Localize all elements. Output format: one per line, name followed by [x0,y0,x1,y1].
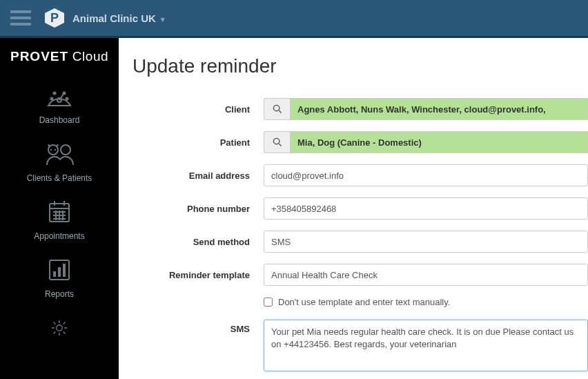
content: Update reminder Client Agnes Abbott, Nun… [119,38,588,379]
nav-label: Dashboard [0,115,119,125]
nav-dashboard[interactable]: Dashboard [0,72,119,130]
manual-checkbox-label: Don't use template and enter text manual… [278,297,450,307]
email-input[interactable] [264,164,588,186]
patient-field[interactable]: Mia, Dog (Canine - Domestic) [290,131,588,153]
template-select[interactable]: Annual Health Care Check [264,264,588,286]
manual-text-checkbox[interactable]: Don't use template and enter text manual… [264,297,588,307]
search-icon [273,104,282,114]
template-label: Reminder template [139,270,264,280]
dashboard-icon [0,81,119,111]
nav-reports[interactable]: Reports [0,246,119,304]
client-label: Client [139,104,264,115]
svg-point-7 [61,145,70,155]
patient-search-button[interactable] [264,131,290,153]
svg-point-23 [273,105,279,110]
gear-icon [0,313,119,343]
svg-point-2 [51,98,53,100]
nav-label: Reports [0,289,119,299]
sms-textarea[interactable] [264,320,588,371]
reports-icon [0,255,119,285]
svg-rect-20 [58,267,61,277]
svg-line-24 [279,110,282,113]
brand: PROVET Cloud [10,43,108,72]
calendar-icon [0,197,119,227]
svg-point-4 [63,93,66,95]
search-icon [273,137,282,147]
topbar: P Animal Clinic UK▼ [0,0,588,38]
svg-rect-21 [63,264,66,277]
method-label: Send method [139,237,264,247]
chevron-down-icon: ▼ [159,16,166,23]
svg-rect-19 [53,271,56,277]
manual-checkbox-input[interactable] [264,298,273,307]
logo-icon: P [45,8,64,28]
sidebar: PROVET Cloud Dashboard Clients & Patient… [0,38,119,379]
phone-label: Phone number [139,204,264,214]
sms-label: SMS [139,320,264,334]
client-search-button[interactable] [264,98,290,120]
menu-toggle[interactable] [10,7,31,29]
phone-input[interactable] [264,197,588,220]
nav-settings[interactable] [0,304,119,353]
nav-appointments[interactable]: Appointments [0,188,119,246]
send-method-select[interactable]: SMS [264,231,588,253]
clients-patients-icon [0,139,119,169]
nav-clients-patients[interactable]: Clients & Patients [0,130,119,188]
svg-point-22 [57,325,62,331]
svg-point-25 [273,138,279,144]
svg-line-26 [279,144,282,146]
nav-label: Appointments [0,231,119,241]
svg-point-3 [54,93,56,95]
modal-title: Update reminder [133,55,588,77]
update-reminder-modal: Update reminder Client Agnes Abbott, Nun… [119,38,588,379]
patient-label: Patient [139,137,264,148]
email-label: Email address [139,171,264,181]
client-field[interactable]: Agnes Abbott, Nuns Walk, Winchester, clo… [290,98,588,120]
svg-point-5 [66,98,68,100]
clinic-selector[interactable]: Animal Clinic UK▼ [72,12,166,24]
nav-label: Clients & Patients [0,173,119,183]
